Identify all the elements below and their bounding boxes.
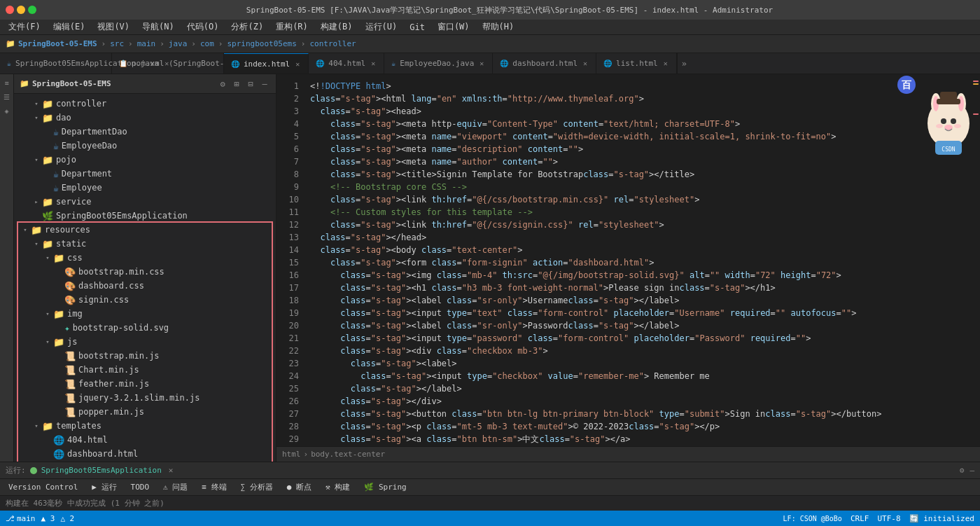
breadcrumb-src[interactable]: src	[110, 39, 124, 48]
encoding[interactable]: UTF-8	[877, 514, 900, 523]
breadcrumb-controller[interactable]: controller	[309, 39, 356, 48]
menu-item-r[interactable]: 重构(R)	[270, 20, 314, 34]
bottom-tool-run[interactable]: ▶ 运行	[89, 482, 119, 492]
menu-item-git[interactable]: Git	[404, 21, 430, 34]
code-line-11: <!-- Custom styles for this template -->	[310, 206, 972, 219]
sidebar-icon-1[interactable]: ≡	[1, 77, 13, 88]
tree-item-EmployeeDao[interactable]: ☕EmployeeDao	[14, 139, 276, 153]
tree-item-index.html[interactable]: 🌐index.html	[14, 461, 276, 462]
tree-label-bootstrap.min.js: bootstrap.min.js	[78, 351, 273, 361]
git-branch[interactable]: ⎇ main	[6, 514, 36, 523]
tree-item-bootstrap-solid.svg[interactable]: ✦bootstrap-solid.svg	[14, 321, 276, 335]
tree-item-Department[interactable]: ☕Department	[14, 167, 276, 181]
tree-item-DepartmentDao[interactable]: ☕DepartmentDao	[14, 125, 276, 139]
tree-item-bootstrap.min.css[interactable]: 🎨bootstrap.min.css	[14, 265, 276, 279]
tab-close-index-html[interactable]: ✕	[294, 60, 301, 69]
tree-item-feather.min.js[interactable]: 📜feather.min.js	[14, 377, 276, 391]
tree-item-service[interactable]: ▸📁service	[14, 195, 276, 209]
breadcrumb-java[interactable]: java	[169, 39, 188, 48]
tree-item-jquery-3.2.1.slim.min.js[interactable]: 📜jquery-3.2.1.slim.min.js	[14, 391, 276, 405]
menu-item-v[interactable]: 视图(V)	[92, 20, 135, 34]
menu-item-e[interactable]: 编辑(E)	[48, 20, 91, 34]
error-count[interactable]: ▲ 3	[41, 514, 55, 523]
tree-item-templates[interactable]: ▾📁templates	[14, 419, 276, 433]
tree-item-css[interactable]: ▾📁css	[14, 251, 276, 265]
line-number-7: 7	[276, 155, 299, 168]
menu-item-u[interactable]: 运行(U)	[360, 20, 403, 34]
bottom-tool-spring[interactable]: 🌿 Spring	[361, 483, 409, 492]
code-content[interactable]: <!!DOCTYPE html>class="s-tag"><html lang…	[304, 74, 972, 446]
tab-index-html[interactable]: 🌐index.html✕	[224, 53, 309, 74]
tree-item-resources[interactable]: ▾📁resources	[14, 223, 276, 237]
bottom-tool-terminal[interactable]: ≡ 终端	[199, 482, 229, 492]
line-ending[interactable]: CRLF	[850, 514, 869, 523]
close-button[interactable]	[6, 6, 14, 14]
run-close[interactable]: ✕	[169, 466, 174, 475]
panel-action-gear[interactable]: ⚙	[217, 78, 228, 90]
menu-item-f[interactable]: 文件(F)	[3, 20, 46, 34]
tab-employee-dao[interactable]: ☕EmployeeDao.java✕	[384, 53, 493, 74]
tree-item-dashboard.html[interactable]: 🌐dashboard.html	[14, 447, 276, 461]
breadcrumb-com[interactable]: com	[200, 39, 214, 48]
bottom-tool-issues[interactable]: ⚠ 问题	[160, 482, 190, 492]
bottom-tool-version-control[interactable]: Version Control	[6, 483, 80, 492]
menu-item-o[interactable]: 代码(O)	[181, 20, 225, 34]
tab-close-404-html[interactable]: ✕	[370, 59, 377, 68]
minimize-button[interactable]	[17, 6, 25, 14]
breadcrumb-package[interactable]: springboot05ems	[227, 39, 296, 48]
tree-arrow-resources: ▾	[20, 226, 31, 233]
tab-close-employee-dao[interactable]: ✕	[478, 59, 485, 68]
line-number-13: 13	[276, 231, 299, 244]
sidebar-icon-3[interactable]: ◈	[1, 105, 13, 116]
menu-item-w[interactable]: 窗口(W)	[432, 20, 475, 34]
tree-item-signin.css[interactable]: 🎨signin.css	[14, 293, 276, 307]
breadcrumb-body[interactable]: body.text-center	[311, 450, 385, 459]
run-minus[interactable]: —	[969, 466, 974, 475]
tree-item-Employee[interactable]: ☕Employee	[14, 181, 276, 195]
toolbar-project-name[interactable]: SpringBoot-05-EMS	[18, 39, 97, 48]
cursor-position[interactable]: LF: CSON @BoBo	[783, 515, 842, 522]
breadcrumb-html[interactable]: html	[282, 450, 301, 459]
menu-item-n[interactable]: 导航(N)	[136, 20, 180, 34]
menu-item-b[interactable]: 构建(B)	[315, 20, 358, 34]
tree-item-dao[interactable]: ▾📁dao	[14, 111, 276, 125]
tab-dashboard-html[interactable]: 🌐dashboard.html✕	[493, 53, 596, 74]
tree-item-Chart.min.js[interactable]: 📜Chart.min.js	[14, 363, 276, 377]
menu-item-z[interactable]: 分析(Z)	[225, 20, 269, 34]
bottom-tool-analysis[interactable]: ∑ 分析器	[238, 482, 276, 492]
tab-overflow-button[interactable]: »	[677, 53, 691, 74]
tree-item-js[interactable]: ▾📁js	[14, 335, 276, 349]
tab-spring-app[interactable]: ☕SpringBoot05EmsApplication.java✕	[0, 53, 112, 74]
panel-action-collapse[interactable]: ⊟	[245, 78, 256, 90]
maximize-button[interactable]	[28, 6, 36, 14]
bottom-tool-build[interactable]: ⚒ 构建	[323, 482, 353, 492]
tree-item-img[interactable]: ▾📁img	[14, 307, 276, 321]
warning-count[interactable]: △ 2	[60, 514, 74, 523]
tree-item-controller[interactable]: ▾📁controller	[14, 97, 276, 111]
tree-item-pojo[interactable]: ▾📁pojo	[14, 153, 276, 167]
panel-action-expand[interactable]: ⊞	[231, 78, 242, 90]
sidebar-icon-2[interactable]: ☰	[1, 91, 13, 102]
tree-item-dashboard.css[interactable]: 🎨dashboard.css	[14, 279, 276, 293]
tab-close-list-html[interactable]: ✕	[662, 59, 669, 68]
bottom-tool-breakpoints[interactable]: ● 断点	[284, 482, 314, 492]
panel-action-settings[interactable]: —	[259, 78, 270, 90]
tree-item-popper.min.js[interactable]: 📜popper.min.js	[14, 405, 276, 419]
tab-list-html[interactable]: 🌐list.html✕	[596, 53, 677, 74]
tab-close-dashboard-html[interactable]: ✕	[582, 59, 589, 68]
project-tree[interactable]: ▾📁controller▾📁dao☕DepartmentDao☕Employee…	[14, 94, 276, 462]
tab-404-html[interactable]: 🌐404.html✕	[309, 53, 384, 74]
tree-item-bootstrap.min.js[interactable]: 📜bootstrap.min.js	[14, 349, 276, 363]
tree-item-SpringBoot05EmsApplication[interactable]: 🌿SpringBoot05EmsApplication	[14, 209, 276, 223]
js-icon-feather.min.js: 📜	[64, 379, 76, 389]
line-number-27: 27	[276, 408, 299, 420]
run-app-name[interactable]: SpringBoot05EmsApplication	[41, 466, 162, 475]
menu-item-h[interactable]: 帮助(H)	[477, 20, 520, 34]
window-controls[interactable]	[6, 6, 36, 14]
tab-pom-xml[interactable]: 📋pom.xml (SpringBoot-05-EMS)✕	[112, 53, 224, 74]
run-settings[interactable]: ⚙	[960, 466, 965, 475]
tree-item-404.html[interactable]: 🌐404.html	[14, 433, 276, 447]
breadcrumb-main[interactable]: main	[137, 39, 156, 48]
bottom-tool-todo[interactable]: TODO	[128, 483, 153, 492]
tree-item-static[interactable]: ▾📁static	[14, 237, 276, 251]
